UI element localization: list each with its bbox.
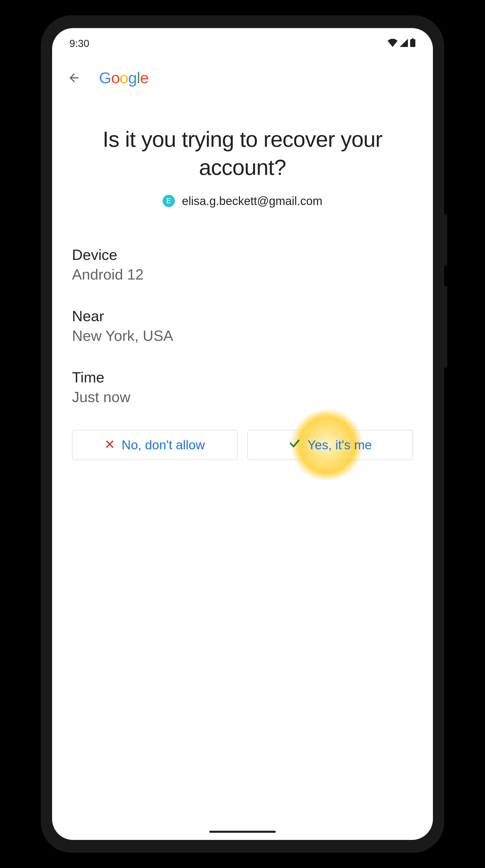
app-header: Google — [52, 52, 433, 97]
status-bar: 9:30 — [52, 28, 433, 52]
detail-label: Device — [72, 246, 413, 263]
gesture-bar[interactable] — [209, 831, 276, 833]
detail-label: Time — [72, 369, 413, 386]
main-content: Is it you trying to recover your account… — [52, 97, 433, 460]
account-row: E elisa.g.beckett@gmail.com — [72, 194, 413, 208]
detail-value: New York, USA — [72, 327, 413, 344]
phone-frame: 9:30 Google Is it you tryi — [41, 15, 444, 853]
allow-button[interactable]: Yes, it's me — [247, 430, 413, 460]
status-icons — [387, 38, 416, 49]
cellular-icon — [399, 38, 409, 49]
account-email: elisa.g.beckett@gmail.com — [182, 194, 322, 208]
action-row: No, don't allow Yes, it's me — [72, 430, 413, 460]
close-icon — [105, 438, 115, 453]
back-arrow-icon[interactable] — [67, 71, 80, 85]
status-time: 9:30 — [69, 38, 89, 49]
phone-side-button — [444, 214, 447, 266]
detail-near: Near New York, USA — [72, 307, 413, 344]
detail-value: Android 12 — [72, 266, 413, 283]
avatar: E — [163, 195, 175, 207]
allow-button-label: Yes, it's me — [308, 438, 371, 453]
page-title: Is it you trying to recover your account… — [72, 125, 413, 181]
phone-screen: 9:30 Google Is it you tryi — [52, 28, 433, 840]
detail-value: Just now — [72, 388, 413, 405]
check-icon — [288, 437, 301, 453]
google-logo: Google — [99, 69, 149, 87]
deny-button-label: No, don't allow — [122, 438, 205, 453]
battery-icon — [410, 38, 416, 49]
details-list: Device Android 12 Near New York, USA Tim… — [72, 246, 413, 405]
detail-label: Near — [72, 307, 413, 324]
detail-time: Time Just now — [72, 369, 413, 405]
deny-button[interactable]: No, don't allow — [72, 430, 238, 460]
phone-side-button — [444, 286, 447, 368]
svg-rect-1 — [412, 38, 414, 39]
wifi-icon — [387, 38, 398, 49]
svg-rect-0 — [410, 39, 415, 47]
detail-device: Device Android 12 — [72, 246, 413, 283]
